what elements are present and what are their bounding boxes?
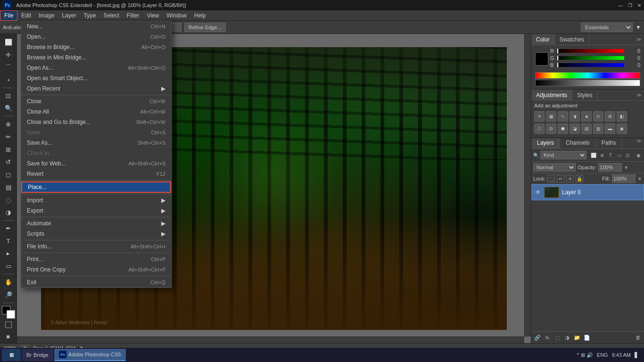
- color-swatch-main[interactable]: [535, 52, 548, 66]
- vertical-scrollbar[interactable]: [524, 34, 531, 337]
- blur-tool[interactable]: ◌: [2, 194, 15, 206]
- menu-item-close-and-go-to-bridge---[interactable]: Close and Go to Bridge...Shift+Ctrl+W: [21, 117, 171, 127]
- type-filter-icon[interactable]: T: [607, 151, 614, 159]
- lock-all-icon[interactable]: 🔒: [576, 175, 583, 182]
- layers-panel-collapse[interactable]: ≫: [634, 138, 644, 148]
- vibrance-icon[interactable]: ◈: [581, 111, 592, 122]
- hue-sat-icon[interactable]: ⊙: [593, 111, 603, 122]
- pixel-filter-icon[interactable]: ⬜: [590, 151, 597, 159]
- opacity-arrow[interactable]: ▼: [624, 165, 628, 170]
- menu-help[interactable]: Help: [190, 10, 210, 21]
- blend-mode-select[interactable]: Normal: [533, 163, 576, 172]
- workspace-select[interactable]: Essentials: [581, 23, 633, 32]
- layer-row[interactable]: 👁 Layer 0: [531, 184, 644, 200]
- spectrum-bar-bw[interactable]: [535, 80, 640, 86]
- threshold-icon[interactable]: ▥: [593, 123, 603, 134]
- refine-edge-button[interactable]: Refine Edge...: [184, 23, 226, 32]
- channel-mixer-icon[interactable]: ⊟: [546, 123, 556, 134]
- gradient-map-icon[interactable]: ▬: [605, 123, 615, 134]
- healing-tool[interactable]: ⊕: [2, 118, 15, 130]
- menu-view[interactable]: View: [143, 10, 163, 21]
- lasso-tool[interactable]: ⌒: [2, 61, 15, 73]
- fill-arrow[interactable]: ▼: [637, 176, 642, 181]
- color-tab[interactable]: Color: [531, 34, 555, 45]
- shape-tool[interactable]: ▭: [2, 260, 15, 272]
- swatches-tab[interactable]: Swatches: [555, 34, 589, 45]
- curves-icon[interactable]: ∿: [558, 111, 568, 122]
- menu-item-exit[interactable]: ExitCtrl+Q: [21, 277, 171, 288]
- menu-select[interactable]: Select: [99, 10, 123, 21]
- menu-item-automate[interactable]: Automate▶: [21, 218, 171, 229]
- invert-icon[interactable]: ◪: [570, 123, 580, 134]
- menu-item-open-as-smart-object---[interactable]: Open as Smart Object...: [21, 73, 171, 83]
- exposure-icon[interactable]: ◑: [570, 111, 580, 122]
- smart-filter-icon[interactable]: ⊡: [624, 151, 631, 159]
- show-desktop-button[interactable]: ▋: [635, 352, 638, 358]
- zoom-tool[interactable]: 🔎: [2, 289, 15, 301]
- menu-item-browse-in-mini-bridge---[interactable]: Browse in Mini Bridge...: [21, 52, 171, 63]
- shape-filter-icon[interactable]: ▭: [615, 151, 623, 159]
- brightness-contrast-icon[interactable]: ☀: [534, 111, 545, 122]
- color-panel-collapse[interactable]: ≫: [634, 37, 644, 42]
- selective-color-icon[interactable]: ◉: [617, 123, 627, 134]
- menu-item-browse-in-bridge---[interactable]: Browse in Bridge...Alt+Ctrl+O: [21, 42, 171, 52]
- adjustments-tab[interactable]: Adjustments: [531, 90, 572, 101]
- new-group-icon[interactable]: 📁: [573, 333, 581, 342]
- screen-mode-button[interactable]: ▣: [2, 330, 15, 343]
- lock-image-icon[interactable]: ✏: [557, 175, 564, 182]
- spectrum-bar[interactable]: [535, 72, 640, 79]
- taskbar-bridge[interactable]: Br Bridge: [22, 349, 53, 361]
- lock-pixels-icon[interactable]: ⬚: [547, 175, 555, 182]
- levels-icon[interactable]: ▦: [546, 111, 556, 122]
- link-layers-icon[interactable]: 🔗: [533, 333, 542, 342]
- gradient-tool[interactable]: ▤: [2, 181, 15, 193]
- horizontal-scrollbar[interactable]: [17, 337, 524, 343]
- add-style-icon[interactable]: fx: [543, 333, 552, 342]
- menu-item-new---[interactable]: New...Ctrl+N: [21, 21, 171, 32]
- menu-item-open-recent[interactable]: Open Recent▶: [21, 83, 171, 94]
- start-button[interactable]: ⊞: [2, 349, 21, 361]
- dodge-tool[interactable]: ◑: [2, 206, 15, 218]
- eraser-tool[interactable]: ◻: [2, 169, 15, 181]
- posterize-icon[interactable]: ▤: [581, 123, 592, 134]
- layers-tab[interactable]: Layers: [531, 138, 560, 148]
- menu-item-file-info---[interactable]: File Info...Alt+Shift+Ctrl+I: [21, 241, 171, 252]
- menu-edit[interactable]: Edit: [17, 10, 35, 21]
- pen-tool[interactable]: ✒: [2, 222, 15, 234]
- path-selection-tool[interactable]: ▸: [2, 248, 15, 260]
- background-color[interactable]: [7, 310, 15, 319]
- menu-item-print-one-copy[interactable]: Print One CopyAlt+Shift+Ctrl+P: [21, 264, 171, 275]
- menu-type[interactable]: Type: [80, 10, 99, 21]
- menu-file[interactable]: File: [0, 10, 17, 21]
- stamp-tool[interactable]: ⊞: [2, 144, 15, 156]
- delete-layer-icon[interactable]: 🗑: [634, 333, 642, 342]
- fill-input[interactable]: [612, 174, 636, 183]
- color-lookup-icon[interactable]: ⬢: [558, 123, 568, 134]
- move-tool[interactable]: ✛: [2, 49, 15, 61]
- color-box[interactable]: [2, 306, 15, 319]
- g-slider[interactable]: [557, 56, 624, 60]
- add-mask-icon[interactable]: ⬚: [553, 333, 561, 342]
- crop-tool[interactable]: ⊡: [2, 90, 15, 102]
- b-slider[interactable]: [557, 63, 624, 67]
- workspace-arrow[interactable]: ▼: [636, 24, 641, 31]
- menu-window[interactable]: Window: [163, 10, 190, 21]
- taskbar-photoshop[interactable]: Ps Adobe Photoshop CS5: [54, 349, 126, 361]
- menu-filter[interactable]: Filter: [123, 10, 143, 21]
- marquee-tool[interactable]: ⬜: [2, 36, 15, 48]
- lock-position-icon[interactable]: ✛: [566, 175, 574, 182]
- channels-tab[interactable]: Channels: [560, 138, 596, 148]
- adjustment-filter-icon[interactable]: ⊕: [598, 151, 606, 159]
- menu-layer[interactable]: Layer: [58, 10, 80, 21]
- menu-item-print---[interactable]: Print...Ctrl+P: [21, 254, 171, 264]
- magic-wand-tool[interactable]: ⋆: [2, 74, 15, 86]
- color-balance-icon[interactable]: ⊞: [605, 111, 615, 122]
- paths-tab[interactable]: Paths: [596, 138, 622, 148]
- black-white-icon[interactable]: ◧: [617, 111, 627, 122]
- menu-item-import[interactable]: Import▶: [21, 195, 171, 206]
- menu-item-open---[interactable]: Open...Ctrl+O: [21, 32, 171, 42]
- menu-item-revert[interactable]: RevertF12: [21, 169, 171, 179]
- photo-filter-icon[interactable]: ⬡: [534, 123, 545, 134]
- menu-item-scripts[interactable]: Scripts▶: [21, 229, 171, 239]
- menu-item-open-as---[interactable]: Open As...Alt+Shift+Ctrl+O: [21, 63, 171, 73]
